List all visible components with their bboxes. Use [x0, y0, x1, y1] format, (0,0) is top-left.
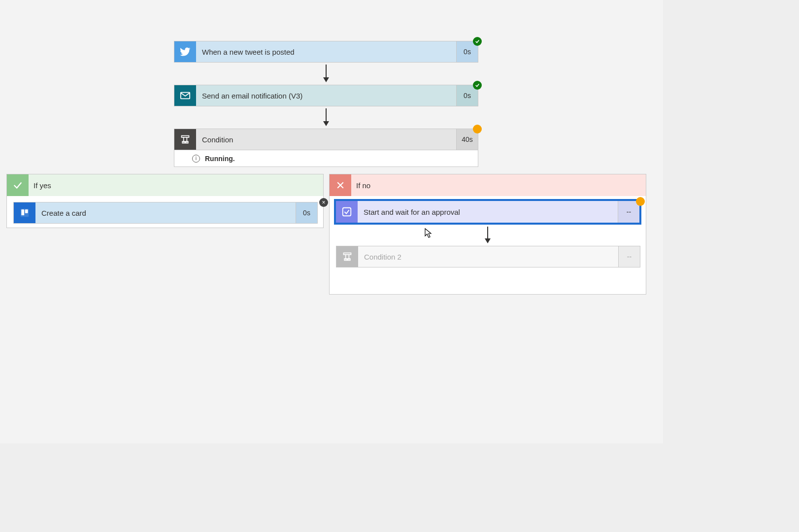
svg-rect-1	[182, 136, 189, 137]
running-badge-icon	[636, 197, 645, 206]
step-twitter-trigger[interactable]: When a new tweet is posted 0s	[174, 41, 478, 63]
flow-arrow	[326, 108, 327, 125]
success-badge-icon	[473, 81, 482, 90]
step-label: When a new tweet is posted	[196, 41, 456, 62]
check-icon	[7, 174, 29, 196]
step-condition[interactable]: Condition 40s	[174, 129, 478, 150]
step-condition-2[interactable]: Condition 2 --	[336, 246, 640, 267]
trello-icon	[14, 202, 35, 223]
svg-rect-7	[21, 209, 24, 215]
info-icon: i	[192, 155, 200, 163]
twitter-icon	[174, 41, 196, 62]
flow-arrow	[326, 65, 327, 81]
branch-header-yes: If yes	[7, 174, 323, 196]
step-label: Send an email notification (V3)	[196, 85, 456, 106]
step-label: Create a card	[35, 202, 296, 223]
step-send-email[interactable]: Send an email notification (V3) 0s	[174, 85, 478, 106]
status-text: Running.	[205, 155, 235, 163]
flow-canvas: When a new tweet is posted 0s Send an em…	[0, 0, 663, 443]
condition-icon	[336, 246, 358, 267]
approval-icon	[336, 201, 358, 223]
svg-rect-8	[25, 209, 28, 213]
mail-icon	[174, 85, 196, 106]
condition-icon	[174, 129, 196, 150]
branch-if-no[interactable]: If no Start and wait for an approval -- …	[329, 174, 646, 295]
flow-arrow	[487, 227, 488, 242]
step-create-card[interactable]: Create a card 0s	[13, 202, 318, 224]
step-duration: --	[618, 246, 640, 267]
branch-if-yes[interactable]: If yes Create a card 0s ×	[6, 174, 324, 228]
svg-rect-11	[343, 208, 351, 216]
condition-status-bar: i Running.	[174, 150, 478, 167]
step-duration: --	[618, 201, 639, 223]
branch-header-no: If no	[330, 174, 646, 196]
step-start-approval[interactable]: Start and wait for an approval --	[334, 199, 641, 225]
branch-title: If no	[351, 181, 370, 190]
step-label: Condition 2	[358, 246, 618, 267]
branch-title: If yes	[29, 181, 51, 190]
step-label: Start and wait for an approval	[358, 201, 618, 223]
running-badge-icon	[473, 125, 482, 133]
success-badge-icon	[473, 37, 482, 46]
svg-rect-12	[344, 253, 351, 255]
step-duration: 0s	[296, 202, 317, 223]
x-icon	[330, 174, 351, 196]
step-label: Condition	[196, 129, 456, 150]
close-icon[interactable]: ×	[319, 198, 328, 207]
